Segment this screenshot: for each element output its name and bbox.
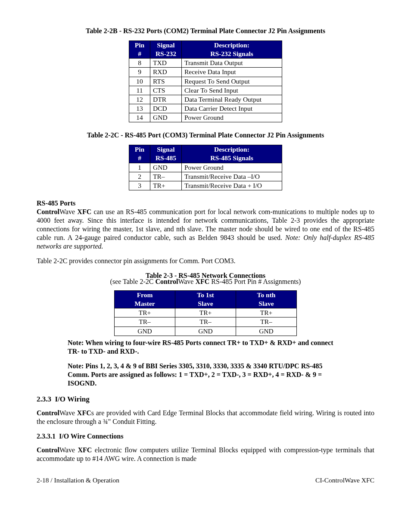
th: Master <box>134 300 155 307</box>
th: Description: <box>214 146 249 153</box>
th: Pin <box>135 146 144 153</box>
table-row: 14GNDPower Ground <box>129 113 282 122</box>
table-row: TR+TR+TR+ <box>115 308 297 317</box>
footer-left: 2-18 / Installation & Operation <box>37 476 119 484</box>
th: RS-485 <box>156 154 176 162</box>
page-footer: 2-18 / Installation & Operation CI-Contr… <box>37 476 374 484</box>
table-row: 9RXDReceive Data Input <box>129 68 282 77</box>
table-2-2c-title: Table 2-2C - RS-485 Port (COM3) Terminal… <box>37 131 374 140</box>
table-row: 1GNDPower Ground <box>129 163 282 172</box>
table-row: 3TR+Transmit/Receive Data + I/O <box>129 181 282 190</box>
table-2-3-subcaption: (see Table 2-2C ControlWave XFC RS-485 P… <box>37 277 374 286</box>
table-2-3: FromMaster To 1stSlave To nthSlave TR+TR… <box>114 290 297 336</box>
table-2-2c: Pin# SignalRS-485 Description:RS-485 Sig… <box>129 145 282 190</box>
th: Description: <box>214 41 249 49</box>
section-2-3-3-para: ControlWave XFCs are provided with Card … <box>37 409 374 426</box>
th: Signal <box>157 41 174 49</box>
th: To 1st <box>197 291 214 299</box>
table-row: 13DCDData Carrier Detect Input <box>129 104 282 113</box>
table-row: TR–TR–TR– <box>115 317 297 327</box>
th: From <box>137 291 153 299</box>
th: Slave <box>258 300 274 307</box>
table-2-2b-title: Table 2-2B - RS-232 Ports (COM2) Termina… <box>37 27 374 35</box>
th: # <box>138 50 141 57</box>
footer-right: CI-ControlWave XFC <box>315 476 374 484</box>
rs485-para2: Table 2-2C provides connector pin assign… <box>37 257 374 265</box>
th: RS-485 Signals <box>210 154 253 162</box>
th: # <box>138 154 141 162</box>
note-1: Note: When wiring to four-wire RS-485 Po… <box>68 339 343 356</box>
note-2: Note: Pins 1, 2, 3, 4 & 9 of BBI Series … <box>68 362 343 388</box>
table-2-2b: Pin# SignalRS-232 Description:RS-232 Sig… <box>129 40 282 122</box>
table-row: 8TXDTransmit Data Output <box>129 59 282 68</box>
rs485-heading: RS-485 Ports <box>37 199 374 208</box>
table-row: 12DTRData Terminal Ready Output <box>129 95 282 104</box>
section-2-3-3-1-heading: 2.3.3.1 I/O Wire Connections <box>37 432 374 441</box>
section-2-3-3-1-para: ControlWave XFC electronic flow computer… <box>37 446 374 463</box>
th: RS-232 <box>156 50 176 57</box>
th: Pin <box>135 41 144 49</box>
table-2-3-notes: Note: When wiring to four-wire RS-485 Po… <box>68 339 343 388</box>
section-2-3-3-heading: 2.3.3 I/O Wiring <box>37 395 374 404</box>
table-row: 10RTSRequest To Send Output <box>129 77 282 86</box>
table-row: GNDGNDGND <box>115 327 297 336</box>
th: RS-232 Signals <box>210 50 253 57</box>
th: To nth <box>257 291 276 299</box>
th: Slave <box>198 300 213 307</box>
rs485-para1: ControlWave XFC can use an RS-485 commun… <box>37 208 374 251</box>
th: Signal <box>157 146 174 153</box>
table-row: 11CTSClear To Send Input <box>129 86 282 95</box>
table-row: 2TR–Transmit/Receive Data –I/O <box>129 172 282 181</box>
